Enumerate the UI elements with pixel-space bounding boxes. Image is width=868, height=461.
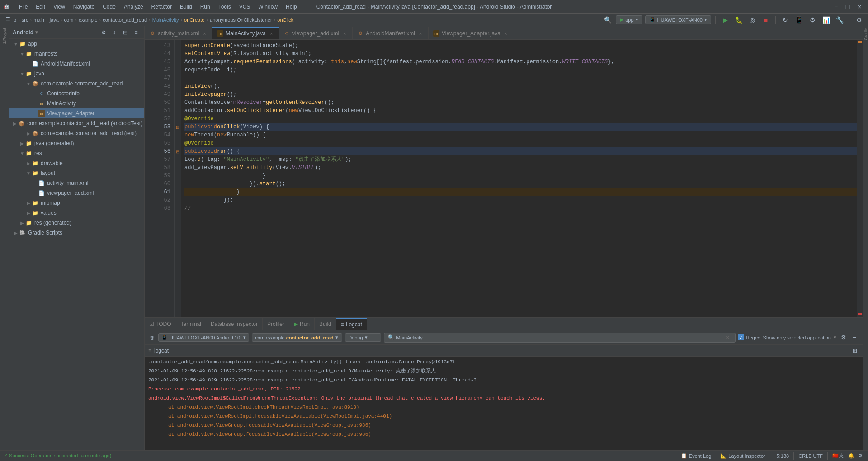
menu-navigate[interactable]: Navigate xyxy=(70,3,98,11)
menu-window[interactable]: Window xyxy=(255,3,281,11)
breadcrumb-example[interactable]: example xyxy=(79,17,98,23)
logcat-only-selected-dropdown[interactable]: ▾ xyxy=(834,334,836,340)
menu-run[interactable]: Run xyxy=(197,3,214,11)
bottom-tab-profiler[interactable]: Profiler xyxy=(263,318,289,330)
code-content[interactable]: super.onCreate(savedInstanceState); setC… xyxy=(181,40,857,317)
tree-item-values[interactable]: ▶ 📁 values xyxy=(9,208,144,218)
stop-button[interactable]: ■ xyxy=(760,14,771,25)
tab-close-mainactivity-java[interactable]: × xyxy=(268,30,274,37)
debug-button[interactable]: 🐛 xyxy=(733,14,744,25)
tree-item-java[interactable]: ▼ 📁 java xyxy=(9,69,144,79)
menu-refactor[interactable]: Refactor xyxy=(148,3,175,11)
tab-activity-main-xml[interactable]: ⚙ activity_main.xml × xyxy=(145,27,212,39)
menu-help[interactable]: Help xyxy=(282,3,301,11)
tree-item-drawable[interactable]: ▶ 📁 drawable xyxy=(9,158,144,168)
breadcrumb-oncreate[interactable]: onCreate xyxy=(184,17,204,23)
project-panel-icon[interactable]: ☰ xyxy=(4,15,12,24)
bottom-tab-run[interactable]: ▶ Run xyxy=(289,318,315,330)
tree-item-manifests[interactable]: ▼ 📁 manifests xyxy=(9,49,144,59)
menu-file[interactable]: File xyxy=(15,3,31,11)
tree-item-layout[interactable]: ▼ 📁 layout xyxy=(9,168,144,178)
maximize-button[interactable]: □ xyxy=(843,2,853,12)
logcat-regex-checkbox[interactable] xyxy=(738,334,744,340)
search-icon[interactable]: 🔍 xyxy=(602,14,613,25)
logcat-search-input[interactable] xyxy=(396,335,724,340)
panel-sort-icon[interactable]: ↕ xyxy=(110,28,119,37)
menu-analyze[interactable]: Analyze xyxy=(120,3,147,11)
tree-item-viewpager-adapter[interactable]: ▶ m Viewpager_Adapter xyxy=(9,108,144,118)
sync-button[interactable]: ↻ xyxy=(780,14,791,25)
panel-collapse-icon[interactable]: ⊟ xyxy=(121,28,130,37)
tab-close-viewpager-add-xml[interactable]: × xyxy=(341,30,348,37)
tree-item-com-example[interactable]: ▼ 📦 com.example.contactor_add_read xyxy=(9,79,144,89)
build-analyzer-btn[interactable]: 🔧 xyxy=(834,14,845,25)
close-button[interactable]: × xyxy=(854,2,864,12)
menu-vcs[interactable]: VCS xyxy=(236,3,254,11)
run-button[interactable]: ▶ xyxy=(720,14,731,25)
panel-dropdown-icon[interactable]: ▾ xyxy=(35,29,38,35)
run-config-selector[interactable]: ▶ app ▾ xyxy=(616,15,642,24)
tab-close-activity-main-xml[interactable]: × xyxy=(201,30,208,37)
breadcrumb-onclick[interactable]: onClick xyxy=(277,17,293,23)
avd-button[interactable]: 📱 xyxy=(793,14,804,25)
tree-item-app[interactable]: ▼ 📁 app xyxy=(9,39,144,49)
tree-item-androidmanifest[interactable]: ▶ 📄 AndroidManifest.xml xyxy=(9,59,144,69)
breadcrumb-package[interactable]: contactor_add_read xyxy=(103,17,147,23)
panel-settings-icon[interactable]: ≡ xyxy=(132,28,141,37)
breadcrumb-anonymous[interactable]: anonymous OnClickListener xyxy=(210,17,272,23)
logcat-minimize-icon[interactable]: − xyxy=(850,333,859,342)
tree-item-viewpager-add-xml[interactable]: ▶ 📄 viewpager_add.xml xyxy=(9,188,144,198)
tab-androidmanifest-xml[interactable]: ⚙ AndroidManifest.xml × xyxy=(353,27,429,39)
tree-item-gradle[interactable]: ▶ 🐘 Gradle Scripts xyxy=(9,228,144,238)
logcat-settings-icon[interactable]: ⚙ xyxy=(839,333,848,342)
logcat-regex-label[interactable]: Regex xyxy=(738,334,760,340)
menu-edit[interactable]: Edit xyxy=(32,3,49,11)
gradle-tab[interactable]: Gradle xyxy=(863,26,868,42)
bottom-tab-terminal[interactable]: Terminal xyxy=(176,318,206,330)
breadcrumb-java[interactable]: java xyxy=(50,17,59,23)
bottom-tab-todo[interactable]: ☑ TODO xyxy=(145,318,176,330)
bottom-tab-database[interactable]: Database Inspector xyxy=(206,318,263,330)
tab-viewpager-add-xml[interactable]: ⚙ viewpager_add.xml × xyxy=(279,27,353,39)
menu-view[interactable]: View xyxy=(50,3,69,11)
logcat-search-box[interactable]: 🔍 × xyxy=(384,333,736,343)
panel-gear-icon[interactable]: ⚙ xyxy=(99,28,108,37)
breadcrumb-mainactivity[interactable]: MainActivity xyxy=(152,17,179,23)
logcat-level-selector[interactable]: Debug ▾ xyxy=(345,333,381,342)
profiler-btn[interactable]: 📊 xyxy=(821,14,831,25)
tree-item-test[interactable]: ▶ 📦 com.example.contactor_add_read (test… xyxy=(9,128,144,138)
log-content[interactable]: .contactor_add_read/com.example.contacto… xyxy=(145,357,863,450)
status-event-log[interactable]: 📋 Event Log xyxy=(676,451,716,461)
logcat-search-clear[interactable]: × xyxy=(724,334,731,341)
tree-item-res[interactable]: ▼ 📁 res xyxy=(9,148,144,158)
tab-viewpager-adapter-java[interactable]: m Viewpager_Adapter.java × xyxy=(429,27,514,39)
tree-item-java-generated[interactable]: ▶ 📁 java (generated) xyxy=(9,138,144,148)
tree-item-mainactivity[interactable]: ▶ m MainActivity xyxy=(9,99,144,108)
logcat-clear-icon[interactable]: 🗑 xyxy=(148,334,156,341)
tab-mainactivity-java[interactable]: m MainActivity.java × xyxy=(212,27,279,39)
tree-item-activity-main-xml[interactable]: ▶ 📄 activity_main.xml xyxy=(9,178,144,188)
tree-item-contactorinfo[interactable]: ▶ C ContactorInfo xyxy=(9,89,144,99)
coverage-button[interactable]: ◎ xyxy=(747,14,758,25)
tree-item-res-generated[interactable]: ▶ 📁 res (generated) xyxy=(9,218,144,228)
tab-close-viewpager-adapter-java[interactable]: × xyxy=(503,30,509,37)
breadcrumb-com[interactable]: com xyxy=(64,17,74,23)
breadcrumb-main[interactable]: main xyxy=(33,17,44,23)
device-selector[interactable]: 📱 HUAWEI OXF-AN00 ▾ xyxy=(645,15,711,24)
tree-item-mipmap[interactable]: ▶ 📁 mipmap xyxy=(9,198,144,208)
sdk-button[interactable]: ⚙ xyxy=(807,14,818,25)
status-layout-inspector[interactable]: 📐 Layout Inspector xyxy=(716,451,769,461)
logcat-device-selector[interactable]: 📱 HUAWEI OXF-AN00 Android 10, ▾ xyxy=(158,333,249,342)
minimize-button[interactable]: − xyxy=(831,2,841,12)
tab-close-androidmanifest-xml[interactable]: × xyxy=(417,30,424,37)
settings-button[interactable]: ⚙ xyxy=(854,14,864,25)
bottom-tab-build[interactable]: Build xyxy=(315,318,336,330)
menu-build[interactable]: Build xyxy=(176,3,196,11)
breadcrumb-p[interactable]: p xyxy=(14,17,16,23)
tree-item-androidtest[interactable]: ▶ 📦 com.example.contactor_add_read (andr… xyxy=(9,118,144,128)
bottom-tab-logcat[interactable]: ≡ Logcat xyxy=(336,318,367,330)
left-strip-icon-1[interactable]: 1:Project xyxy=(2,28,7,44)
breadcrumb-src[interactable]: src xyxy=(22,17,28,23)
menu-tools[interactable]: Tools xyxy=(215,3,235,11)
logcat-app-selector[interactable]: com.example.contactor_add_read ▾ xyxy=(252,333,342,342)
